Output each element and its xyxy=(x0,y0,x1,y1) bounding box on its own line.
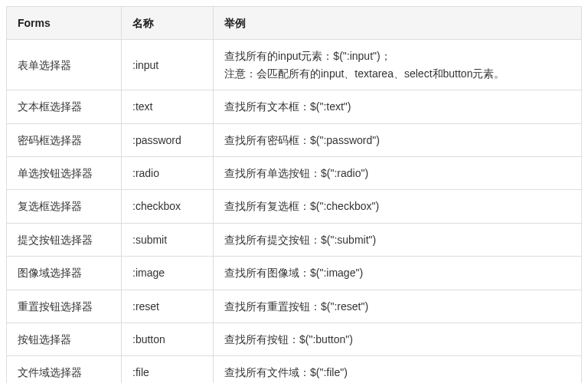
cell-forms: 表单选择器 xyxy=(7,40,122,90)
cell-forms: 按钮选择器 xyxy=(7,322,122,355)
table-row: 密码框选择器:password查找所有密码框：$(":password") xyxy=(7,123,582,156)
table-row: 图像域选择器:image查找所有图像域：$(":image") xyxy=(7,257,582,290)
cell-example: 查找所有文本框：$(":text") xyxy=(214,90,582,123)
cell-name: :button xyxy=(122,322,214,355)
cell-forms: 图像域选择器 xyxy=(7,257,122,290)
cell-name: :input xyxy=(122,40,214,90)
header-forms: Forms xyxy=(7,7,122,40)
table-row: 文本框选择器:text查找所有文本框：$(":text") xyxy=(7,90,582,123)
cell-name: :submit xyxy=(122,223,214,256)
cell-forms: 提交按钮选择器 xyxy=(7,223,122,256)
cell-example: 查找所有按钮：$(":button") xyxy=(214,322,582,355)
cell-example: 查找所有重置按钮：$(":reset") xyxy=(214,290,582,322)
cell-example: 查找所有图像域：$(":image") xyxy=(214,257,582,290)
table-row: 文件域选择器:file查找所有文件域：$(":file") xyxy=(7,356,582,383)
cell-example: 查找所有密码框：$(":password") xyxy=(214,123,582,156)
table-row: 单选按钮选择器:radio查找所有单选按钮：$(":radio") xyxy=(7,156,582,189)
cell-example: 查找所有单选按钮：$(":radio") xyxy=(214,156,582,189)
cell-forms: 复选框选择器 xyxy=(7,190,122,223)
cell-example: 查找所有的input元素：$(":input")； 注意：会匹配所有的input… xyxy=(214,40,582,90)
selectors-table: Forms 名称 举例 表单选择器:input查找所有的input元素：$(":… xyxy=(6,6,582,383)
cell-forms: 重置按钮选择器 xyxy=(7,290,122,322)
cell-forms: 单选按钮选择器 xyxy=(7,156,122,189)
cell-forms: 文件域选择器 xyxy=(7,356,122,383)
table-row: 提交按钮选择器:submit查找所有提交按钮：$(":submit") xyxy=(7,223,582,256)
cell-name: :checkbox xyxy=(122,190,214,223)
cell-example: 查找所有文件域：$(":file") xyxy=(214,356,582,383)
table-row: 重置按钮选择器:reset查找所有重置按钮：$(":reset") xyxy=(7,290,582,322)
cell-example: 查找所有复选框：$(":checkbox") xyxy=(214,190,582,223)
cell-forms: 密码框选择器 xyxy=(7,123,122,156)
cell-example: 查找所有提交按钮：$(":submit") xyxy=(214,223,582,256)
header-name: 名称 xyxy=(122,7,214,40)
cell-name: :radio xyxy=(122,156,214,189)
cell-name: :password xyxy=(122,123,214,156)
header-example: 举例 xyxy=(214,7,582,40)
cell-name: :text xyxy=(122,90,214,123)
cell-name: :image xyxy=(122,257,214,290)
table-header-row: Forms 名称 举例 xyxy=(7,7,582,40)
cell-name: :file xyxy=(122,356,214,383)
table-row: 复选框选择器:checkbox查找所有复选框：$(":checkbox") xyxy=(7,190,582,223)
cell-name: :reset xyxy=(122,290,214,322)
cell-forms: 文本框选择器 xyxy=(7,90,122,123)
table-row: 表单选择器:input查找所有的input元素：$(":input")； 注意：… xyxy=(7,40,582,90)
table-row: 按钮选择器:button查找所有按钮：$(":button") xyxy=(7,322,582,355)
